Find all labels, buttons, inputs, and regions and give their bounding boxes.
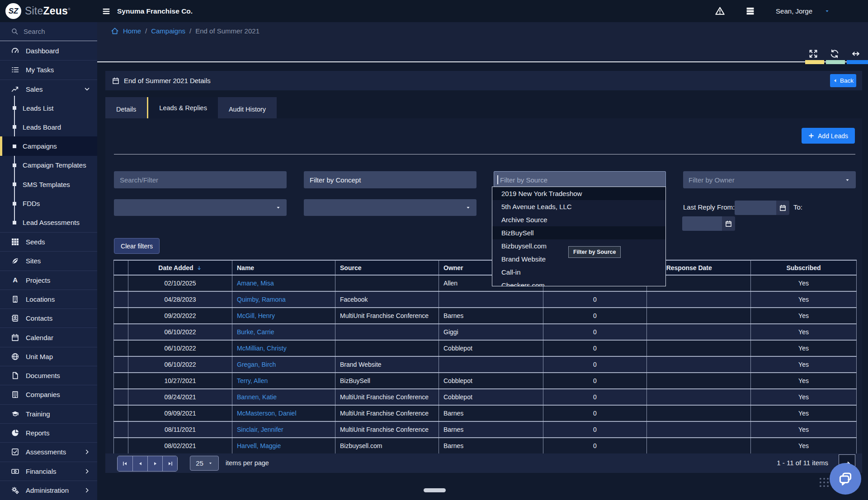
cell-subscribed: Yes [751,356,857,373]
filter-select-2[interactable] [304,199,476,216]
back-button[interactable]: Back [830,74,856,87]
lead-name-link[interactable]: Bannen, Katie [237,393,277,401]
queue-list-icon[interactable] [745,6,755,16]
first-page-button[interactable] [118,456,132,471]
sidebar-item-companies[interactable]: Companies [0,385,97,404]
sidebar-item-unit-map[interactable]: Unit Map [0,347,97,366]
resize-horizontal-icon[interactable] [851,49,860,58]
previous-page-button[interactable] [132,456,147,471]
filter-by-source-combobox[interactable] [494,171,666,188]
last-reply-from-date-input[interactable] [735,201,776,215]
sidebar-item-documents[interactable]: Documents [0,366,97,385]
last-page-button[interactable] [162,456,177,471]
sidebar-item-campaigns[interactable]: Campaigns [0,136,97,155]
scroll-segment-blue[interactable] [847,60,868,64]
refresh-icon[interactable] [830,49,839,58]
tab-audit-history[interactable]: Audit History [218,100,277,118]
filter-by-concept-input[interactable] [304,171,476,188]
user-menu[interactable]: Sean, Jorge [776,7,830,15]
last-reply-from-calendar-button[interactable] [776,201,789,215]
lead-name-link[interactable]: McMasterson, Daniel [237,410,297,417]
horizontal-scrollbar-thumb[interactable] [424,488,446,492]
source-option-5th-avenue-leads-llc[interactable]: 5th Avenue Leads, LLC [492,200,665,213]
home-icon[interactable] [111,27,119,35]
sidebar-item-contacts[interactable]: Contacts [0,308,97,327]
cell-date-added: 06/10/2022 [128,324,232,340]
cell-subscribed: Yes [751,324,857,340]
chat-fab-button[interactable] [830,463,861,495]
clear-filters-button[interactable]: Clear filters [114,238,160,254]
scroll-segment-yellow[interactable] [805,60,824,64]
sidebar-item-calendar[interactable]: Calendar [0,327,97,346]
sidebar-item-campaign-templates[interactable]: Campaign Templates [0,156,97,175]
add-leads-button[interactable]: Add Leads [802,128,855,144]
page-size-select[interactable]: 25 [190,456,219,471]
sidebar-item-dashboard[interactable]: Dashboard [0,41,97,60]
sidebar-item-sms-templates[interactable]: SMS Templates [0,175,97,194]
search-filter-input[interactable] [114,171,287,188]
lead-name-link[interactable]: Terry, Allen [237,377,268,384]
scroll-segment-green[interactable] [826,60,845,64]
lead-name-link[interactable]: McMillian, Christy [237,345,287,352]
lead-name-link[interactable]: Gregan, Birch [237,361,276,368]
column-header-subscribed[interactable]: Subscribed [751,260,857,275]
source-option-call-in[interactable]: Call-in [492,266,665,279]
lead-name-link[interactable]: Sinclair, Jennifer [237,426,283,433]
cell-blank [114,291,128,308]
search-input[interactable] [24,28,82,35]
cell-blank [114,308,128,324]
sidebar-item-projects[interactable]: A Projects [0,271,97,290]
sidebar-item-fdds[interactable]: FDDs [0,194,97,213]
sidebar-item-lead-assessments[interactable]: Lead Assessments [0,213,97,232]
sidebar-item-assessments[interactable]: Assessments [0,442,97,461]
cell-replies: 0 [543,438,647,454]
cell-date-added: 09/09/2021 [128,405,232,421]
sidebar-item-training[interactable]: Training [0,404,97,423]
sitezeus-logo[interactable]: SZ SiteZeus® [0,3,97,19]
lead-name-link[interactable]: Amane, Misa [237,280,274,287]
cell-subscribed: Yes [751,405,857,421]
lead-name-link[interactable]: Harvell, Maggie [237,442,281,449]
sidebar-item-locations[interactable]: Locations [0,290,97,308]
last-reply-to-calendar-button[interactable] [722,216,735,231]
sidebar-search[interactable] [0,22,97,41]
last-page-button-icon [167,461,173,467]
sidebar-item-financials[interactable]: Financials [0,462,97,481]
tab-leads-replies[interactable]: Leads & Replies [147,97,218,118]
source-option-checkers-com[interactable]: Checkers.com [492,279,665,286]
next-page-button[interactable] [147,456,162,471]
resize-handle-dots[interactable] [818,476,830,489]
breadcrumb-separator: / [145,27,147,35]
column-header-blank-0[interactable] [114,260,128,275]
items-per-page-label: items per page [226,459,269,467]
source-option-bizbuysell[interactable]: BizBuySell [492,226,665,239]
breadcrumb-home[interactable]: Home [123,27,141,35]
sidebar-item-leads-board[interactable]: Leads Board [0,117,97,136]
hamburger-menu-icon[interactable] [102,7,111,16]
column-header-date-added[interactable]: Date Added [128,260,232,275]
alerts-warning-icon[interactable] [715,6,725,16]
source-option-archive-source[interactable]: Archive Source [492,213,665,226]
fullscreen-icon[interactable] [809,49,818,58]
last-reply-to-date-input[interactable] [682,216,722,231]
column-header-source[interactable]: Source [335,260,439,275]
breadcrumb-campaigns[interactable]: Campaigns [151,27,185,35]
sidebar-item-sites[interactable]: Sites [0,251,97,270]
sidebar-item-leads-list[interactable]: Leads List [0,98,97,117]
sidebar-item-my-tasks[interactable]: My Tasks [0,60,97,79]
filter-by-owner-select[interactable]: Filter by Owner [683,171,856,188]
column-header-name[interactable]: Name [232,260,335,275]
cell-blank [114,421,128,438]
sidebar-item-seeds[interactable]: Seeds [0,232,97,251]
cell-name: Bannen, Katie [232,389,335,405]
filter-by-source-input[interactable] [494,171,666,188]
tab-details[interactable]: Details [105,100,147,118]
lead-name-link[interactable]: McGill, Henry [237,312,275,319]
filter-select-1[interactable] [114,199,287,216]
sidebar-item-administration[interactable]: Administration [0,481,97,500]
lead-name-link[interactable]: Burke, Carrie [237,328,274,336]
chevron-down-icon [83,85,91,93]
sidebar-item-reports[interactable]: Reports [0,423,97,442]
source-option-2019-new-york-tradeshow[interactable]: 2019 New York Tradeshow [492,187,665,200]
lead-name-link[interactable]: Quimby, Ramona [237,296,286,303]
